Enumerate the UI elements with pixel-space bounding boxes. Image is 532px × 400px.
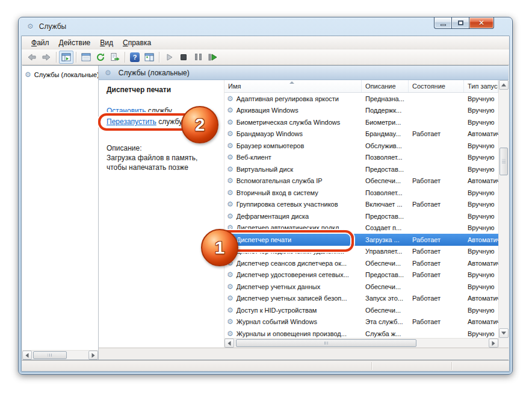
restart-service-link[interactable]: Перезапустить [107, 117, 156, 126]
scroll-left-arrow[interactable] [224, 339, 234, 348]
cell-status: Работает [409, 236, 464, 243]
title-bar[interactable]: ⚙ Службы ✕ [19, 17, 512, 36]
sort-ascending-icon [289, 81, 294, 84]
cell-startup-type: Вручную [464, 213, 498, 220]
gear-icon: ⚙ [227, 95, 234, 103]
service-row[interactable]: ⚙Диспетчер удостоверения сетевых...Предо… [224, 269, 498, 281]
show-console-tree-icon [61, 52, 71, 62]
service-row[interactable]: ⚙Адаптивная регулировка яркостиПредназна… [224, 93, 498, 105]
scroll-down-arrow[interactable] [499, 328, 509, 338]
restart-service-button[interactable] [205, 51, 220, 64]
close-button[interactable]: ✕ [469, 17, 494, 29]
back-button[interactable] [25, 51, 39, 64]
service-row[interactable]: ⚙Диспетчер автоматических подкл...Создае… [224, 222, 498, 234]
pause-service-button[interactable] [191, 51, 205, 64]
menu-view[interactable]: Вид [95, 37, 118, 48]
service-row[interactable]: ⚙Брандмауэр WindowsБрандмау...РаботаетАв… [224, 128, 498, 140]
service-name-text: Журнал событий Windows [237, 318, 317, 325]
view-pane-header: ⚙ Службы (локальные) [99, 66, 509, 80]
cell-description: Поддержк... [362, 107, 409, 114]
cell-startup-type: Вручную [464, 166, 498, 173]
cell-description: Предостав... [362, 271, 409, 278]
scroll-up-arrow[interactable] [499, 80, 509, 90]
forward-icon [42, 52, 51, 62]
service-row[interactable]: ⚙Диспетчер подключений удаленн...Управля… [224, 246, 498, 258]
cell-startup-type: Вручную [464, 95, 498, 102]
column-header-description[interactable]: Описание [362, 80, 409, 92]
service-row[interactable]: ⚙Вспомогательная служба IPОбеспечи...Раб… [224, 175, 498, 187]
service-name-text: Журналы и оповещения производ... [237, 330, 347, 337]
properties-button[interactable] [79, 51, 93, 64]
service-name-text: Диспетчер сеансов диспетчера ок... [237, 260, 347, 267]
refresh-icon [96, 52, 105, 62]
service-row-selected[interactable]: ⚙Диспетчер печатиЗагрузка ...РаботаетАвт… [224, 234, 498, 246]
cell-description: Загрузка ... [362, 236, 409, 243]
scrollbar-thumb[interactable] [500, 148, 508, 175]
gear-icon: ⚙ [227, 330, 234, 338]
service-row[interactable]: ⚙Биометрическая служба WindowsБиометри..… [224, 116, 498, 128]
tree-horizontal-scrollbar[interactable] [22, 350, 98, 360]
gear-icon: ⚙ [227, 236, 234, 244]
start-service-button[interactable] [162, 51, 176, 64]
stop-service-button[interactable] [176, 51, 191, 64]
services-list-main: Имя Описание Состояние Тип запуска ⚙Адап… [224, 80, 498, 348]
menu-action[interactable]: Действие [54, 37, 96, 48]
service-row[interactable]: ⚙Дефрагментация дискаПредостав...Вручную [224, 210, 498, 222]
scroll-left-arrow[interactable] [22, 351, 32, 360]
column-header-startup-type[interactable]: Тип запуска [464, 80, 498, 92]
scrollbar-thumb[interactable] [236, 339, 416, 347]
show-action-pane-button[interactable] [142, 51, 156, 64]
service-row[interactable]: ⚙Вторичный вход в системуПозволяет...Вру… [224, 187, 498, 199]
cell-startup-type: Вручную [464, 142, 498, 149]
service-row[interactable]: ⚙Браузер компьютеровОбслужив...Вручную [224, 140, 498, 152]
services-list: Имя Описание Состояние Тип запуска ⚙Адап… [224, 80, 509, 348]
list-horizontal-scrollbar[interactable] [224, 338, 498, 348]
service-row[interactable]: ⚙Группировка сетевых участниковВключает … [224, 199, 498, 211]
minimize-button[interactable] [434, 17, 451, 29]
refresh-button[interactable] [93, 51, 108, 64]
scroll-right-arrow[interactable] [489, 339, 498, 348]
stop-service-link[interactable]: Остановить [107, 107, 146, 115]
service-row[interactable]: ⚙Журнал событий WindowsЭта служб...Работ… [224, 316, 498, 328]
service-row[interactable]: ⚙Веб-клиентПозволяет...Вручную [224, 152, 498, 164]
service-row[interactable]: ⚙Журналы и оповещения производ...Служба … [224, 328, 498, 338]
service-row[interactable]: ⚙Диспетчер учетных записей безоп...Запус… [224, 293, 498, 305]
status-bar-divider [371, 362, 373, 370]
forward-button[interactable] [39, 51, 54, 64]
export-list-button[interactable] [108, 51, 122, 64]
cell-service-name: ⚙Диспетчер автоматических подкл... [224, 223, 362, 232]
cell-service-name: ⚙Вторичный вход в систему [224, 189, 362, 197]
list-vertical-scrollbar[interactable] [498, 80, 509, 338]
view-mode-tabs: Расширенный Стандартный [99, 348, 509, 360]
show-console-tree-button[interactable] [59, 51, 73, 64]
cell-startup-type: Вручную [464, 283, 498, 290]
service-name-text: Доступ к HID-устройствам [237, 307, 317, 314]
start-service-icon [165, 53, 173, 61]
cell-service-name: ⚙Группировка сетевых участников [224, 200, 362, 208]
help-button[interactable]: ? [128, 51, 142, 64]
cell-status: Работает [409, 271, 464, 278]
service-row[interactable]: ⚙Диспетчер учетных данныхОбеспечи...Вруч… [224, 281, 498, 293]
column-header-status[interactable]: Состояние [409, 80, 464, 92]
maximize-button[interactable] [451, 17, 469, 29]
service-row[interactable]: ⚙Доступ к HID-устройствамОбеспечи...Вруч… [224, 304, 498, 316]
restart-service-line: Перезапустить службу [107, 116, 219, 127]
service-row[interactable]: ⚙Диспетчер сеансов диспетчера ок...Обесп… [224, 257, 498, 269]
cell-startup-type: Вручную [464, 330, 498, 337]
menu-help[interactable]: Справка [118, 37, 156, 48]
tree-item-services-local[interactable]: ⚙ Службы (локальные) [22, 69, 98, 80]
cell-description: Запуск это... [362, 295, 409, 302]
cell-service-name: ⚙Дефрагментация диска [224, 212, 362, 220]
service-row[interactable]: ⚙Виртуальный дискПредостав...Вручную [224, 163, 498, 175]
cell-startup-type: Вручную [464, 119, 498, 126]
cell-service-name: ⚙Диспетчер учетных данных [224, 283, 362, 291]
pause-service-icon [195, 54, 202, 60]
service-name-text: Биометрическая служба Windows [237, 119, 341, 126]
gear-icon: ⚙ [227, 142, 234, 150]
gear-icon: ⚙ [227, 177, 234, 185]
service-row[interactable]: ⚙Архивация WindowsПоддержк...Вручную [224, 105, 498, 117]
cell-service-name: ⚙Журнал событий Windows [224, 317, 362, 326]
scrollbar-thumb[interactable] [33, 351, 67, 359]
menu-file[interactable]: Файл [26, 37, 54, 48]
scroll-right-arrow[interactable] [88, 351, 98, 360]
